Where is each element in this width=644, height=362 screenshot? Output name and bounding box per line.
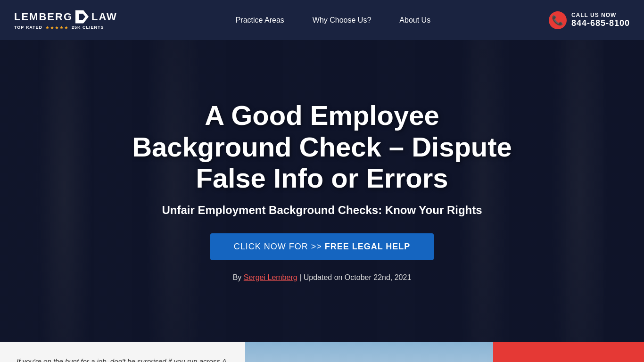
call-button[interactable]: 📞 CALL US NOW 844-685-8100 [549,11,630,29]
nav-practice-areas[interactable]: Practice Areas [236,16,284,25]
logo-clients: 25K CLIENTS [72,25,104,30]
hero-title: A Good Employee Background Check – Dispu… [124,100,520,194]
phone-icon: 📞 [549,11,567,29]
main-nav: Practice Areas Why Choose Us? About Us [236,16,430,25]
nav-about-us[interactable]: About Us [399,16,430,25]
nav-why-choose-us[interactable]: Why Choose Us? [313,16,372,25]
logo-icon [75,10,89,24]
cta-bold: FREE LEGAL HELP [325,242,411,251]
logo-name2: LAW [91,11,117,23]
call-label: CALL US NOW [571,12,630,18]
job-application-image: JOB APPLICATION [245,342,493,362]
author-link[interactable]: Sergei Lemberg [244,273,297,281]
article-preview-text: If you're on the hunt for a job, don't b… [17,356,229,362]
bottom-article-preview: If you're on the hunt for a job, don't b… [0,342,245,362]
logo-rating-label: TOP RATED [14,25,42,30]
call-number: 844-685-8100 [571,18,630,28]
phone-glyph: 📞 [552,15,563,26]
hero-cta-button[interactable]: CLICK NOW FOR >> FREE LEGAL HELP [210,233,434,260]
logo[interactable]: LEMBERG LAW TOP RATED ★★★★★ 25K CLIENTS [14,10,117,30]
hero-section: A Good Employee Background Check – Dispu… [0,40,644,342]
logo-name1: LEMBERG [14,11,73,23]
site-header: LEMBERG LAW TOP RATED ★★★★★ 25K CLIENTS … [0,0,644,40]
bottom-request-panel[interactable]: Request your free case [493,342,644,362]
author-prefix: By [233,273,244,281]
hero-author-line: By Sergei Lemberg | Updated on October 2… [124,273,520,282]
hero-content: A Good Employee Background Check – Dispu… [110,100,534,282]
logo-stars: ★★★★★ [45,25,69,30]
hero-subtitle: Unfair Employment Background Checks: Kno… [124,204,520,217]
cta-prefix: CLICK NOW FOR >> [234,242,325,251]
bottom-image-area: JOB APPLICATION [245,342,493,362]
author-suffix: | Updated on October 22nd, 2021 [297,273,412,281]
bottom-strip: If you're on the hunt for a job, don't b… [0,342,644,362]
